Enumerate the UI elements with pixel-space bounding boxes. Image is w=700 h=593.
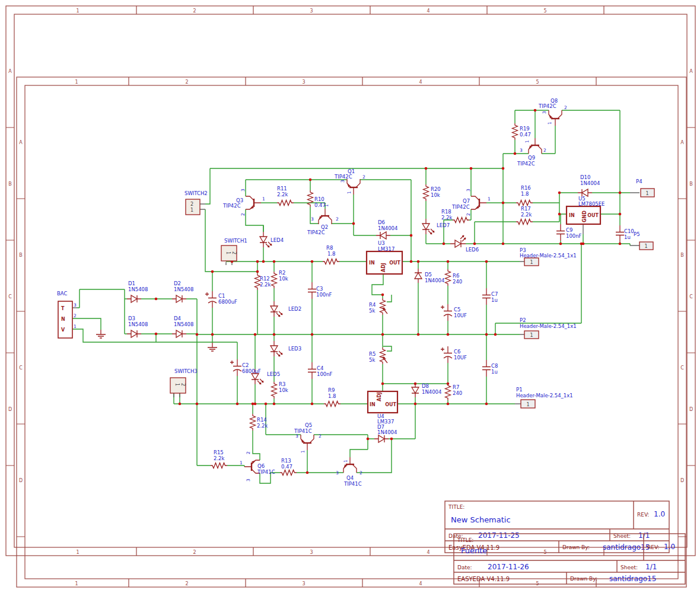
u4-pin-out: OUT: [385, 402, 396, 407]
tb1-rev-value[interactable]: 1.0: [654, 510, 665, 518]
bac-pin-t: T: [61, 306, 65, 311]
u4-pin-in: IN: [370, 402, 376, 407]
cap-c6[interactable]: [441, 346, 452, 363]
diode-d8[interactable]: [412, 383, 419, 397]
cap-c2[interactable]: [230, 359, 241, 376]
resistor-r9[interactable]: [324, 401, 341, 407]
diode-d2[interactable]: [172, 295, 186, 302]
label-led7: LED7: [437, 222, 450, 228]
label-q7-ref: Q7: [463, 198, 470, 204]
label-d6-val: 1N4004: [378, 225, 397, 231]
wires[interactable]: [72, 110, 639, 483]
label-c1-ref: C1: [218, 293, 225, 299]
diode-d1[interactable]: [127, 295, 141, 302]
diode-d6[interactable]: [376, 232, 390, 239]
led-led4[interactable]: [260, 232, 272, 247]
diode-d7[interactable]: [374, 435, 389, 442]
resistor-r10[interactable]: [308, 190, 313, 207]
label-switch2: SWITCH2: [184, 190, 208, 196]
s2-row-b-right: B: [680, 253, 684, 258]
label-r14-ref: R14: [257, 417, 267, 423]
resistor-r14[interactable]: [250, 414, 256, 431]
transistor-q2[interactable]: [319, 209, 332, 224]
s2-row-a-right: A: [680, 140, 684, 145]
resistor-r2[interactable]: [272, 272, 277, 288]
label-bac: BAC: [57, 291, 67, 296]
s1-col-2-bot: 2: [193, 550, 196, 555]
cap-c1[interactable]: [205, 291, 217, 308]
label-p2-ref: P2: [520, 317, 526, 323]
transistor-q4[interactable]: [343, 457, 357, 473]
switch1-pin1: 1: [225, 251, 231, 254]
resistor-r19[interactable]: [513, 123, 518, 140]
resistor-r3[interactable]: [272, 382, 277, 398]
resistor-r6[interactable]: [446, 269, 451, 286]
diode-d4[interactable]: [172, 330, 186, 337]
s2-col-3-top: 3: [302, 79, 305, 85]
led-led6[interactable]: [450, 235, 466, 247]
component-bac[interactable]: [58, 301, 72, 338]
label-d7-val: 1N4004: [377, 429, 397, 435]
resistor-r18[interactable]: [453, 218, 469, 223]
label-r11-ref: R11: [277, 186, 287, 192]
resistor-r20[interactable]: [424, 184, 429, 201]
resistor-r8[interactable]: [323, 259, 339, 264]
diode-d3[interactable]: [127, 330, 141, 337]
components[interactable]: [58, 110, 654, 476]
label-r10-val: 0.47: [314, 202, 326, 208]
resistor-r15[interactable]: [211, 463, 227, 468]
label-r13-val: 0.47: [281, 464, 292, 470]
q2-pin2: 2: [336, 216, 339, 222]
resistor-r17[interactable]: [516, 219, 533, 225]
gnd-symbol-2[interactable]: [208, 343, 217, 351]
tb2-title-value[interactable]: Fuente: [461, 546, 487, 555]
cap-c5[interactable]: [441, 304, 452, 321]
transistor-q3[interactable]: [246, 196, 261, 209]
tb2-rev-value[interactable]: 1.0: [664, 543, 675, 551]
cap-c3[interactable]: [308, 282, 316, 299]
label-r5-ref: R5: [369, 351, 376, 357]
s1-col-3-top: 3: [310, 8, 313, 14]
cap-c10[interactable]: [616, 225, 624, 242]
title-block-1[interactable]: TITLE: New Schematic REV: 1.0 Date: 2017…: [445, 501, 669, 553]
cap-c7[interactable]: [482, 288, 491, 305]
led-led2[interactable]: [271, 301, 282, 317]
tb1-date-value[interactable]: 2017-11-25: [478, 531, 520, 540]
tb1-drawn-value[interactable]: santidrago15: [603, 543, 650, 551]
cap-c4[interactable]: [308, 362, 316, 379]
potentiometer-r4[interactable]: [380, 298, 388, 315]
schematic-canvas[interactable]: BAC T N V 3 2 1 SWITCH2 2 1 SWITCH1 1 2 …: [0, 0, 700, 593]
q4-pin1: 1: [343, 460, 348, 463]
led-led3[interactable]: [271, 341, 282, 356]
label-q4-ref: Q4: [346, 475, 354, 481]
label-r18-ref: R18: [441, 209, 451, 215]
wire-stubs: [72, 193, 639, 404]
resistor-r16[interactable]: [516, 200, 533, 206]
potentiometer-r5[interactable]: [380, 347, 388, 364]
tb1-title-value[interactable]: New Schematic: [451, 515, 511, 524]
transistor-q9[interactable]: [529, 138, 542, 154]
label-r16-val: 1.8: [521, 191, 529, 197]
s2-col-3-bot: 3: [302, 581, 305, 586]
q6-pin3: 3: [246, 479, 251, 482]
s2-col-2-top: 2: [185, 79, 188, 85]
diode-d5[interactable]: [415, 269, 422, 283]
transistor-q7[interactable]: [471, 196, 486, 209]
resistor-r11[interactable]: [277, 200, 294, 206]
tb2-drawn-value[interactable]: santidrago15: [609, 575, 656, 583]
transistor-q5[interactable]: [301, 435, 314, 450]
s1-col-2-top: 2: [193, 8, 196, 14]
resistor-r7[interactable]: [446, 384, 451, 400]
s2-row-a-left: A: [19, 140, 23, 145]
tb2-sheet-value[interactable]: 1/1: [645, 563, 657, 571]
cap-c8[interactable]: [482, 360, 491, 377]
label-d2-val: 1N5408: [174, 286, 193, 292]
switch2-pin1: 1: [190, 208, 193, 213]
led-led7[interactable]: [422, 219, 434, 234]
gnd-symbol-1[interactable]: [96, 330, 106, 338]
cap-c9[interactable]: [556, 224, 565, 241]
resistor-r13[interactable]: [280, 470, 297, 476]
label-c7-val: 1u: [491, 297, 498, 303]
title-block-2[interactable]: TITLE: Fuente REV: 1.0 Date: 2017-11-26 …: [454, 534, 685, 584]
tb2-date-value[interactable]: 2017-11-26: [488, 563, 529, 571]
